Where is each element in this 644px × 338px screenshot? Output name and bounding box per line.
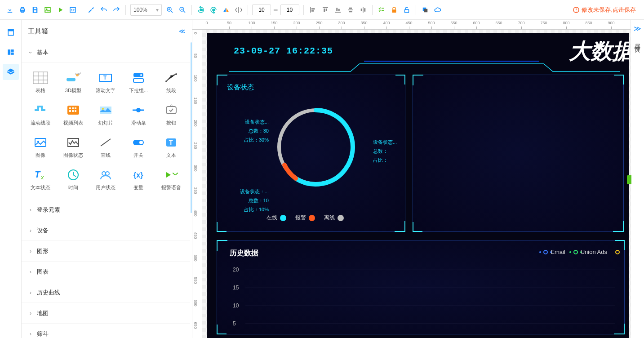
category-chart[interactable]: ›图表 [22,262,190,282]
rail-layout-icon[interactable] [3,44,19,60]
category-login[interactable]: ›登录元素 [22,200,190,220]
print-icon[interactable] [16,4,29,16]
play-icon[interactable] [54,4,67,16]
widget-icon [98,102,113,118]
history-panel[interactable]: 历史数据 Email Union Ads 2015105 [217,240,625,334]
widget-label: 滚动文字 [96,87,115,94]
zoom-in-icon[interactable] [164,4,176,16]
widget-时间[interactable]: 时间 [57,163,90,195]
zoom-select[interactable]: 100%▾ [130,4,162,16]
scrollbar-track[interactable] [191,42,192,213]
flip-v-icon[interactable] [232,4,245,16]
collapse-left-icon[interactable]: ≪ [179,27,186,35]
widget-幻灯片[interactable]: 幻灯片 [89,98,122,130]
widget-label: 线段 [166,87,176,94]
widget-label: 文本 [166,152,176,159]
svg-text:T: T [169,139,173,146]
widget-下拉组...[interactable]: 下拉组... [122,66,155,98]
widget-图像状态[interactable]: 图像状态 [57,130,90,163]
zoom-out-icon[interactable] [176,4,189,16]
undo-icon[interactable] [98,4,110,16]
widget-label: 变量 [133,184,143,191]
widget-滑动条[interactable]: 滑动条 [122,98,155,130]
widget-表格[interactable]: 表格 [24,66,57,98]
layers-icon[interactable] [419,4,431,16]
category-shape[interactable]: ›图形 [22,241,190,262]
height-input[interactable] [280,4,299,15]
width-input[interactable] [252,4,271,15]
import-icon[interactable] [4,4,16,16]
category-map[interactable]: ›地图 [22,303,190,324]
widget-报警语音[interactable]: 报警语音 [155,163,187,195]
widget-文本状态[interactable]: Tx文本状态 [24,163,57,195]
svg-rect-15 [8,29,13,31]
align-top-icon[interactable] [319,4,332,16]
canvas-inner[interactable]: 23-09-27 16:22:35 大数据 设备状态 设备状态...总数：30占… [202,30,631,338]
basic-widgets-grid: 表格720°3D模型T滚动文字下拉组...线段流动线段视频列表幻灯片滑动条按钮图… [22,63,190,200]
cloud-icon[interactable] [431,4,444,16]
widget-视频列表[interactable]: 视频列表 [57,98,90,130]
align-bottom-icon[interactable] [332,4,344,16]
widget-icon [164,102,179,118]
widget-icon [33,102,48,118]
svg-text:90: 90 [200,9,203,11]
device-status-panel[interactable]: 设备状态 设备状态...总数：30占比：30% 设备状态...总数：占比： 设备… [217,75,405,232]
widget-3D模型[interactable]: 720°3D模型 [57,66,90,98]
widget-icon [164,70,179,85]
toolbox-title: 工具箱 [28,27,48,36]
widget-label: 用户状态 [96,184,115,191]
widget-图像[interactable]: 图像 [24,130,57,163]
widget-直线[interactable]: 直线 [89,130,122,163]
rotate-cw-icon[interactable]: 90 [207,4,220,16]
collapse-right-icon[interactable]: ≫ [634,24,641,33]
widget-线段[interactable]: 线段 [155,66,187,98]
widget-label: 表格 [36,87,45,94]
widget-流动线段[interactable]: 流动线段 [24,98,57,130]
brush-icon[interactable] [85,4,98,16]
save-icon[interactable] [29,4,41,16]
svg-text:90: 90 [213,9,215,11]
widget-icon: 720° [66,70,81,85]
category-history[interactable]: ›历史曲线 [22,282,190,303]
category-device[interactable]: ›设备 [22,220,190,241]
align-left-icon[interactable] [306,4,319,16]
redo-icon[interactable] [110,4,123,16]
category-basic[interactable]: ›基本 [22,42,190,63]
checklist-icon[interactable] [375,4,388,16]
image-icon[interactable] [41,4,54,16]
category-more[interactable]: ›筛斗 [22,324,190,338]
code-icon[interactable] [67,4,79,16]
widget-icon: Tx [33,167,48,182]
align-center-h-icon[interactable] [344,4,357,16]
widget-label: 图像 [36,152,45,159]
widget-变量[interactable]: {x}变量 [122,163,155,195]
widget-label: 滑动条 [131,120,146,126]
lock-icon[interactable] [388,4,400,16]
widget-文本[interactable]: T文本 [155,130,187,163]
right-tab-handle[interactable] [627,175,631,184]
decoration-line [229,60,620,74]
widget-icon [98,167,113,182]
widget-icon [66,102,81,118]
svg-point-48 [106,172,109,175]
rail-page-icon[interactable] [3,24,19,40]
design-stage[interactable]: 23-09-27 16:22:35 大数据 设备状态 设备状态...总数：30占… [207,33,629,338]
widget-滚动文字[interactable]: T滚动文字 [89,66,122,98]
save-warning[interactable]: 修改未保存,点击保存 [573,6,640,14]
history-legend: Email Union Ads [543,249,620,255]
widget-按钮[interactable]: 按钮 [155,98,187,130]
svg-point-33 [102,108,104,110]
flip-h-icon[interactable] [220,4,232,16]
widget-开关[interactable]: 开关 [122,130,155,163]
widget-label: 图像状态 [63,152,83,159]
unlock-icon[interactable] [400,4,413,16]
widget-用户状态[interactable]: 用户状态 [89,163,122,195]
rotate-ccw-icon[interactable]: 90 [195,4,207,16]
svg-rect-35 [166,107,176,114]
rail-components-icon[interactable] [3,64,19,80]
ruler-horizontal: 0501001502002503003504004505005506006507… [202,20,631,30]
donut-chart [271,102,361,192]
align-center-v-icon[interactable] [357,4,369,16]
empty-panel[interactable] [413,75,624,232]
ruler-vertical: 0501001502002503003504004505005506006507… [192,30,202,338]
